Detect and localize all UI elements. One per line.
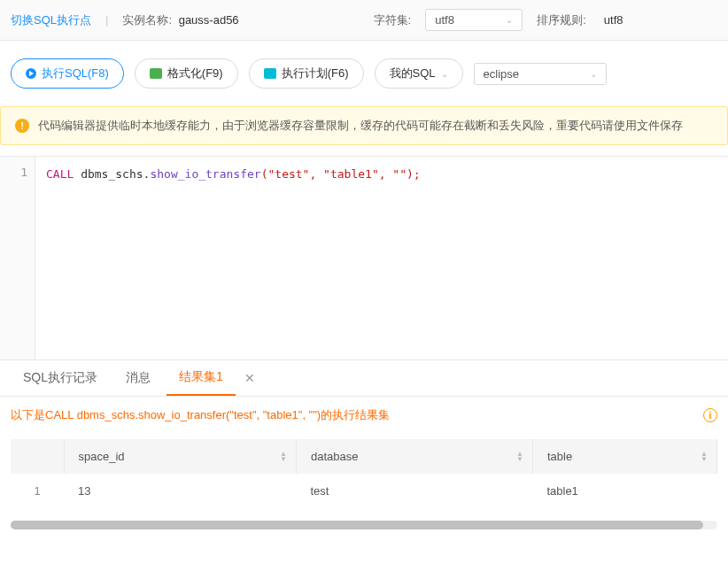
line-number: 1: [7, 166, 27, 179]
table-row[interactable]: 1 13 test table1: [11, 474, 717, 508]
exec-plan-button[interactable]: 执行计划(F6): [249, 58, 364, 89]
charset-value: utf8: [435, 13, 454, 27]
cell-table: table1: [532, 474, 716, 508]
chevron-down-icon: ⌄: [506, 15, 513, 25]
col-header-database[interactable]: database▲▼: [296, 439, 532, 474]
theme-value: eclipse: [484, 67, 519, 81]
cell-space-id: 13: [64, 474, 296, 508]
warning-icon: !: [15, 119, 29, 133]
theme-select[interactable]: eclipse ⌄: [474, 63, 607, 85]
top-bar: 切换SQL执行点 | 实例名称: gauss-ad56 字符集: utf8 ⌄ …: [0, 0, 728, 41]
sort-icon[interactable]: ▲▼: [701, 452, 708, 462]
scrollbar-thumb[interactable]: [11, 521, 703, 529]
toolbar: 执行SQL(F8) 格式化(F9) 执行计划(F6) 我的SQL ⌄ eclip…: [0, 41, 728, 106]
mysql-label: 我的SQL: [390, 66, 436, 81]
charset-label: 字符集:: [374, 12, 412, 28]
keyword: CALL: [46, 167, 74, 181]
chevron-down-icon: ⌄: [441, 69, 448, 79]
package: dbms_schs.: [81, 167, 150, 181]
execute-sql-button[interactable]: 执行SQL(F8): [11, 58, 124, 89]
code-area[interactable]: CALL dbms_schs.show_io_transfer("test", …: [35, 157, 728, 359]
instance-name-group: 实例名称: gauss-ad56: [122, 12, 238, 28]
warning-banner: ! 代码编辑器提供临时本地缓存能力，由于浏览器缓存容量限制，缓存的代码可能存在截…: [0, 106, 728, 145]
charset-select[interactable]: utf8 ⌄: [425, 9, 523, 31]
sql-editor[interactable]: 1 CALL dbms_schs.show_io_transfer("test"…: [0, 156, 728, 359]
format-icon: [150, 68, 162, 79]
col-header-space-id[interactable]: space_id▲▼: [64, 439, 296, 474]
switch-exec-point-link[interactable]: 切换SQL执行点: [11, 12, 91, 28]
collation-label: 排序规则:: [537, 12, 586, 28]
tab-message[interactable]: 消息: [113, 361, 163, 395]
execute-label: 执行SQL(F8): [42, 66, 109, 81]
horizontal-scrollbar[interactable]: [11, 521, 717, 529]
warning-text: 代码编辑器提供临时本地缓存能力，由于浏览器缓存容量限制，缓存的代码可能存在截断和…: [38, 118, 683, 134]
instance-value: gauss-ad56: [179, 13, 239, 27]
function: show_io_transfer: [150, 167, 260, 181]
close-icon[interactable]: ✕: [239, 371, 260, 385]
format-label: 格式化(F9): [167, 66, 223, 81]
cell-database: test: [296, 474, 532, 508]
separator: |: [105, 13, 108, 27]
info-icon[interactable]: i: [703, 408, 717, 422]
args: ("test", "table1", "");: [261, 167, 421, 181]
result-table: space_id▲▼ database▲▼ table▲▼ 1 13 test …: [11, 439, 717, 508]
instance-label: 实例名称:: [122, 13, 172, 27]
row-number-header: [11, 439, 64, 474]
play-icon: [26, 68, 36, 79]
result-panel: 以下是CALL dbms_schs.show_io_transfer("test…: [0, 397, 728, 540]
sort-icon[interactable]: ▲▼: [280, 452, 287, 462]
result-message-row: 以下是CALL dbms_schs.show_io_transfer("test…: [11, 407, 717, 423]
tab-result-1[interactable]: 结果集1: [167, 360, 236, 396]
row-number: 1: [11, 474, 64, 508]
chevron-down-icon: ⌄: [590, 69, 597, 79]
plan-icon: [264, 68, 276, 79]
tab-history[interactable]: SQL执行记录: [11, 361, 110, 395]
my-sql-button[interactable]: 我的SQL ⌄: [375, 58, 463, 89]
plan-label: 执行计划(F6): [282, 66, 349, 81]
col-header-table[interactable]: table▲▼: [532, 439, 716, 474]
format-button[interactable]: 格式化(F9): [135, 58, 238, 89]
line-gutter: 1: [0, 157, 35, 359]
collation-value: utf8: [604, 13, 623, 27]
sort-icon[interactable]: ▲▼: [516, 452, 523, 462]
result-message: 以下是CALL dbms_schs.show_io_transfer("test…: [11, 407, 390, 423]
result-tabs: SQL执行记录 消息 结果集1 ✕: [0, 359, 728, 397]
